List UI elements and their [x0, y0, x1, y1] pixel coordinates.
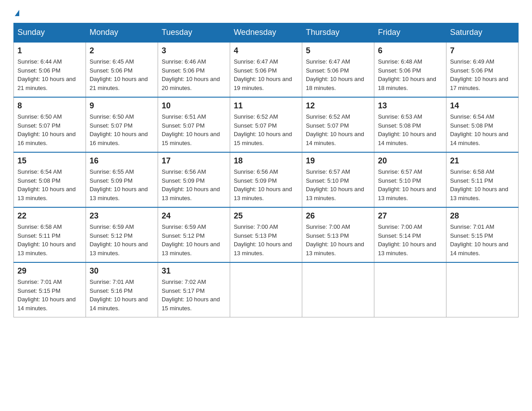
calendar-cell: 6 Sunrise: 6:48 AMSunset: 5:06 PMDayligh…: [374, 42, 446, 97]
day-number: 23: [90, 211, 154, 221]
calendar-cell: 24 Sunrise: 6:59 AMSunset: 5:12 PMDaylig…: [158, 207, 230, 262]
day-number: 20: [378, 156, 442, 166]
day-number: 15: [17, 156, 82, 166]
day-info: Sunrise: 7:01 AMSunset: 5:15 PMDaylight:…: [17, 278, 76, 312]
calendar-cell: 21 Sunrise: 6:58 AMSunset: 5:11 PMDaylig…: [446, 152, 518, 207]
header-monday: Monday: [86, 23, 158, 43]
day-number: 2: [90, 46, 154, 56]
day-number: 26: [306, 211, 370, 221]
calendar-cell: 2 Sunrise: 6:45 AMSunset: 5:06 PMDayligh…: [86, 42, 158, 97]
day-number: 8: [17, 101, 82, 111]
calendar-cell: 25 Sunrise: 7:00 AMSunset: 5:13 PMDaylig…: [230, 207, 302, 262]
calendar-cell: 17 Sunrise: 6:56 AMSunset: 5:09 PMDaylig…: [158, 152, 230, 207]
day-number: 22: [17, 211, 82, 221]
day-info: Sunrise: 6:47 AMSunset: 5:06 PMDaylight:…: [306, 58, 364, 91]
day-number: 16: [90, 156, 154, 166]
day-info: Sunrise: 6:56 AMSunset: 5:09 PMDaylight:…: [234, 168, 292, 201]
day-number: 27: [378, 211, 442, 221]
day-number: 3: [162, 46, 226, 56]
day-info: Sunrise: 6:58 AMSunset: 5:11 PMDaylight:…: [450, 168, 508, 201]
day-number: 25: [234, 211, 298, 221]
day-number: 17: [162, 156, 226, 166]
calendar-cell: 5 Sunrise: 6:47 AMSunset: 5:06 PMDayligh…: [302, 42, 374, 97]
calendar-cell: 4 Sunrise: 6:47 AMSunset: 5:06 PMDayligh…: [230, 42, 302, 97]
day-info: Sunrise: 6:49 AMSunset: 5:06 PMDaylight:…: [450, 58, 508, 91]
calendar-cell: 31 Sunrise: 7:02 AMSunset: 5:17 PMDaylig…: [158, 262, 230, 317]
day-info: Sunrise: 6:50 AMSunset: 5:07 PMDaylight:…: [17, 113, 76, 146]
day-info: Sunrise: 7:01 AMSunset: 5:15 PMDaylight:…: [450, 223, 508, 257]
calendar-cell: 15 Sunrise: 6:54 AMSunset: 5:08 PMDaylig…: [14, 152, 86, 207]
calendar-cell: 26 Sunrise: 7:00 AMSunset: 5:13 PMDaylig…: [302, 207, 374, 262]
day-info: Sunrise: 6:52 AMSunset: 5:07 PMDaylight:…: [306, 113, 364, 146]
calendar-cell: [446, 262, 518, 317]
day-number: 31: [162, 266, 226, 276]
calendar-cell: [302, 262, 374, 317]
day-info: Sunrise: 6:59 AMSunset: 5:12 PMDaylight:…: [162, 223, 220, 257]
day-info: Sunrise: 7:00 AMSunset: 5:13 PMDaylight:…: [306, 223, 364, 257]
day-number: 21: [450, 156, 515, 166]
day-info: Sunrise: 6:56 AMSunset: 5:09 PMDaylight:…: [162, 168, 220, 201]
day-number: 18: [234, 156, 298, 166]
calendar-cell: 9 Sunrise: 6:50 AMSunset: 5:07 PMDayligh…: [86, 97, 158, 152]
day-number: 4: [234, 46, 298, 56]
day-number: 10: [162, 101, 226, 111]
day-number: 13: [378, 101, 442, 111]
calendar-cell: 8 Sunrise: 6:50 AMSunset: 5:07 PMDayligh…: [14, 97, 86, 152]
header-friday: Friday: [374, 23, 446, 43]
calendar-cell: 18 Sunrise: 6:56 AMSunset: 5:09 PMDaylig…: [230, 152, 302, 207]
calendar-week-2: 8 Sunrise: 6:50 AMSunset: 5:07 PMDayligh…: [14, 97, 519, 152]
calendar-week-3: 15 Sunrise: 6:54 AMSunset: 5:08 PMDaylig…: [14, 152, 519, 207]
calendar-cell: 19 Sunrise: 6:57 AMSunset: 5:10 PMDaylig…: [302, 152, 374, 207]
day-number: 28: [450, 211, 515, 221]
calendar-cell: 12 Sunrise: 6:52 AMSunset: 5:07 PMDaylig…: [302, 97, 374, 152]
day-info: Sunrise: 6:53 AMSunset: 5:08 PMDaylight:…: [378, 113, 436, 146]
calendar-week-5: 29 Sunrise: 7:01 AMSunset: 5:15 PMDaylig…: [14, 262, 519, 317]
calendar-cell: 13 Sunrise: 6:53 AMSunset: 5:08 PMDaylig…: [374, 97, 446, 152]
header-thursday: Thursday: [302, 23, 374, 43]
logo-arrow-icon: [15, 10, 19, 16]
day-number: 7: [450, 46, 515, 56]
day-info: Sunrise: 7:00 AMSunset: 5:13 PMDaylight:…: [234, 223, 292, 257]
day-info: Sunrise: 6:44 AMSunset: 5:06 PMDaylight:…: [17, 58, 76, 91]
day-info: Sunrise: 6:50 AMSunset: 5:07 PMDaylight:…: [90, 113, 148, 146]
calendar-cell: [230, 262, 302, 317]
header-sunday: Sunday: [14, 23, 86, 43]
calendar-cell: 28 Sunrise: 7:01 AMSunset: 5:15 PMDaylig…: [446, 207, 518, 262]
day-number: 24: [162, 211, 226, 221]
day-number: 19: [306, 156, 370, 166]
day-info: Sunrise: 7:00 AMSunset: 5:14 PMDaylight:…: [378, 223, 436, 257]
day-info: Sunrise: 6:57 AMSunset: 5:10 PMDaylight:…: [306, 168, 364, 201]
header-wednesday: Wednesday: [230, 23, 302, 43]
day-number: 12: [306, 101, 370, 111]
day-number: 9: [90, 101, 154, 111]
calendar-cell: 1 Sunrise: 6:44 AMSunset: 5:06 PMDayligh…: [14, 42, 86, 97]
day-info: Sunrise: 6:51 AMSunset: 5:07 PMDaylight:…: [162, 113, 220, 146]
day-number: 30: [90, 266, 154, 276]
calendar-cell: 16 Sunrise: 6:55 AMSunset: 5:09 PMDaylig…: [86, 152, 158, 207]
day-info: Sunrise: 6:45 AMSunset: 5:06 PMDaylight:…: [90, 58, 148, 91]
calendar-cell: [374, 262, 446, 317]
calendar-cell: 7 Sunrise: 6:49 AMSunset: 5:06 PMDayligh…: [446, 42, 518, 97]
calendar-week-1: 1 Sunrise: 6:44 AMSunset: 5:06 PMDayligh…: [14, 42, 519, 97]
day-number: 1: [17, 46, 82, 56]
calendar-cell: 10 Sunrise: 6:51 AMSunset: 5:07 PMDaylig…: [158, 97, 230, 152]
calendar-header-row: SundayMondayTuesdayWednesdayThursdayFrid…: [14, 23, 519, 43]
day-info: Sunrise: 7:01 AMSunset: 5:16 PMDaylight:…: [90, 278, 148, 312]
calendar-cell: 22 Sunrise: 6:58 AMSunset: 5:11 PMDaylig…: [14, 207, 86, 262]
calendar-cell: 11 Sunrise: 6:52 AMSunset: 5:07 PMDaylig…: [230, 97, 302, 152]
page-header: [13, 9, 519, 17]
calendar-cell: 3 Sunrise: 6:46 AMSunset: 5:06 PMDayligh…: [158, 42, 230, 97]
calendar-cell: 29 Sunrise: 7:01 AMSunset: 5:15 PMDaylig…: [14, 262, 86, 317]
day-info: Sunrise: 6:48 AMSunset: 5:06 PMDaylight:…: [378, 58, 436, 91]
calendar-cell: 27 Sunrise: 7:00 AMSunset: 5:14 PMDaylig…: [374, 207, 446, 262]
day-info: Sunrise: 6:54 AMSunset: 5:08 PMDaylight:…: [450, 113, 508, 146]
day-info: Sunrise: 6:55 AMSunset: 5:09 PMDaylight:…: [90, 168, 148, 201]
day-info: Sunrise: 7:02 AMSunset: 5:17 PMDaylight:…: [162, 278, 220, 312]
day-info: Sunrise: 6:52 AMSunset: 5:07 PMDaylight:…: [234, 113, 292, 146]
day-number: 14: [450, 101, 515, 111]
calendar-cell: 14 Sunrise: 6:54 AMSunset: 5:08 PMDaylig…: [446, 97, 518, 152]
calendar-cell: 23 Sunrise: 6:59 AMSunset: 5:12 PMDaylig…: [86, 207, 158, 262]
day-info: Sunrise: 6:47 AMSunset: 5:06 PMDaylight:…: [234, 58, 292, 91]
day-number: 29: [17, 266, 82, 276]
day-info: Sunrise: 6:58 AMSunset: 5:11 PMDaylight:…: [17, 223, 76, 257]
